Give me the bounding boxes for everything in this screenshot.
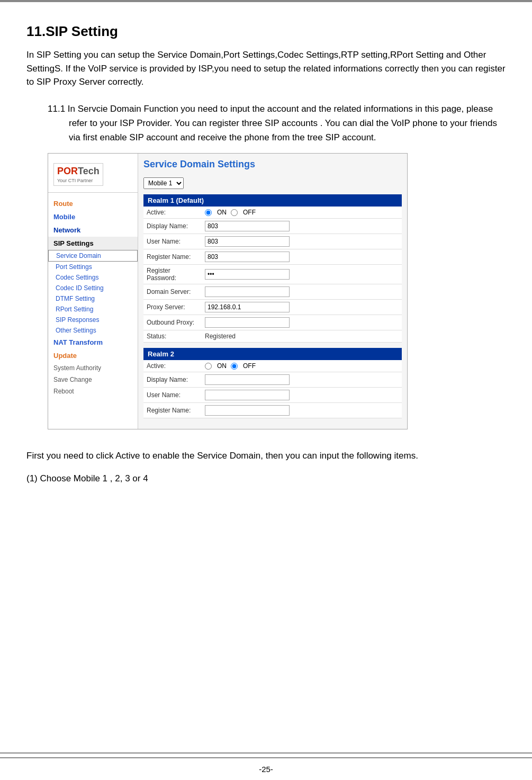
- realm2-register-name-input[interactable]: [205, 405, 290, 416]
- realm1-status-row: Status: Registered: [143, 330, 402, 343]
- realm2-active-on-radio[interactable]: [205, 363, 212, 370]
- logo-box: PORTech Your CTI Partner: [53, 163, 103, 186]
- realm2-table: Active: ON OFF Display Name: User Name:: [143, 360, 402, 418]
- realm1-display-name-input[interactable]: [205, 221, 290, 231]
- realm2-display-name-input[interactable]: [205, 374, 290, 385]
- realm1-proxy-server-input[interactable]: [205, 302, 290, 312]
- realm1-user-name-label: User Name:: [143, 234, 202, 249]
- mobile-dropdown-row: Mobile 1 Mobile 2 Mobile 3 Mobile 4: [143, 177, 402, 189]
- realm1-active-off-radio[interactable]: [231, 209, 238, 216]
- main-panel: Service Domain Settings Mobile 1 Mobile …: [138, 154, 407, 429]
- realm2-active-radio-group: ON OFF: [205, 362, 399, 370]
- sidebar-item-save-change[interactable]: Save Change: [48, 374, 138, 385]
- realm1-header: Realm 1 (Default): [143, 194, 402, 207]
- realm1-active-radio-group: ON OFF: [205, 209, 399, 216]
- realm1-display-name-label: Display Name:: [143, 219, 202, 234]
- realm2-user-name-row: User Name:: [143, 388, 402, 403]
- realm1-status-label: Status:: [143, 330, 202, 343]
- realm1-register-name-row: Register Name:: [143, 249, 402, 265]
- mobile-select[interactable]: Mobile 1 Mobile 2 Mobile 3 Mobile 4: [143, 177, 184, 189]
- realm1-domain-server-input[interactable]: [205, 286, 290, 297]
- realm1-active-value: ON OFF: [202, 207, 402, 219]
- realm1-register-password-input[interactable]: [205, 269, 290, 280]
- realm2-header: Realm 2: [143, 348, 402, 360]
- realm2-active-value: ON OFF: [202, 360, 402, 372]
- sidebar-item-rport-setting[interactable]: RPort Setting: [48, 304, 138, 315]
- realm1-outbound-proxy-row: Outbound Proxy:: [143, 315, 402, 330]
- page-title: 11.SIP Setting: [26, 23, 506, 40]
- realm1-active-on-radio[interactable]: [205, 209, 212, 216]
- sidebar-item-mobile[interactable]: Mobile: [48, 210, 138, 223]
- realm2-register-name-row: Register Name:: [143, 403, 402, 418]
- sidebar-item-update[interactable]: Update: [48, 349, 138, 362]
- sidebar-item-sip-responses[interactable]: SIP Responses: [48, 315, 138, 325]
- logo-tagline: Your CTI Partner: [57, 178, 100, 183]
- realm1-outbound-proxy-input[interactable]: [205, 317, 290, 328]
- realm2-active-off-radio[interactable]: [231, 363, 238, 370]
- section-11-1-text: 11.1 In Servcie Domain Function you need…: [48, 102, 506, 145]
- bottom-rule: [0, 752, 532, 754]
- realm1-register-password-label: Register Password:: [143, 265, 202, 284]
- realm1-active-row: Active: ON OFF: [143, 207, 402, 219]
- realm1-table: Active: ON OFF Display Name: User Name:: [143, 207, 402, 343]
- sidebar-logo: PORTech Your CTI Partner: [48, 159, 138, 193]
- realm2-register-name-label: Register Name:: [143, 403, 202, 418]
- realm2-active-label: Active:: [143, 360, 202, 372]
- realm1-proxy-server-row: Proxy Server:: [143, 300, 402, 315]
- sidebar-item-other-settings[interactable]: Other Settings: [48, 325, 138, 336]
- realm1-active-label: Active:: [143, 207, 202, 219]
- realm1-outbound-proxy-label: Outbound Proxy:: [143, 315, 202, 330]
- realm1-user-name-input[interactable]: [205, 236, 290, 247]
- sidebar-item-sip-settings[interactable]: SIP Settings: [48, 237, 138, 250]
- realm1-user-name-row: User Name:: [143, 234, 402, 249]
- logo-text: PORTech: [57, 166, 100, 177]
- realm1-domain-server-row: Domain Server:: [143, 284, 402, 300]
- sidebar-item-codec-id-setting[interactable]: Codec ID Setting: [48, 283, 138, 293]
- sidebar-item-reboot[interactable]: Reboot: [48, 385, 138, 397]
- realm1-register-name-input[interactable]: [205, 252, 290, 262]
- bottom-text-1: First you need to click Active to enable…: [26, 449, 506, 463]
- realm1-proxy-server-label: Proxy Server:: [143, 300, 202, 315]
- sidebar-item-network[interactable]: Network: [48, 223, 138, 237]
- realm2-user-name-label: User Name:: [143, 388, 202, 403]
- screenshot-mockup: PORTech Your CTI Partner Route Mobile Ne…: [48, 153, 408, 429]
- realm1-domain-server-label: Domain Server:: [143, 284, 202, 300]
- realm2-display-name-row: Display Name:: [143, 372, 402, 388]
- realm2-user-name-input[interactable]: [205, 390, 290, 400]
- footer-page-number: -25-: [0, 757, 532, 780]
- realm1-status-value: Registered: [202, 330, 402, 343]
- sidebar-item-service-domain[interactable]: Service Domain: [48, 250, 138, 262]
- realm1-register-name-label: Register Name:: [143, 249, 202, 265]
- panel-title: Service Domain Settings: [143, 159, 402, 172]
- sidebar-item-dtmf-setting[interactable]: DTMF Setting: [48, 293, 138, 304]
- sidebar: PORTech Your CTI Partner Route Mobile Ne…: [48, 154, 138, 429]
- sidebar-item-codec-settings[interactable]: Codec Settings: [48, 272, 138, 283]
- sidebar-item-system-authority[interactable]: System Authority: [48, 362, 138, 374]
- sidebar-item-port-settings[interactable]: Port Settings: [48, 262, 138, 272]
- bottom-text-2: (1) Choose Mobile 1 , 2, 3 or 4: [26, 471, 506, 486]
- intro-paragraph: In SIP Setting you can setup the Service…: [26, 48, 506, 89]
- sidebar-item-route[interactable]: Route: [48, 197, 138, 210]
- realm2-display-name-label: Display Name:: [143, 372, 202, 388]
- realm1-display-name-row: Display Name:: [143, 219, 402, 234]
- realm2-active-row: Active: ON OFF: [143, 360, 402, 372]
- sidebar-item-nat-transform[interactable]: NAT Transform: [48, 336, 138, 349]
- realm1-register-password-row: Register Password:: [143, 265, 402, 284]
